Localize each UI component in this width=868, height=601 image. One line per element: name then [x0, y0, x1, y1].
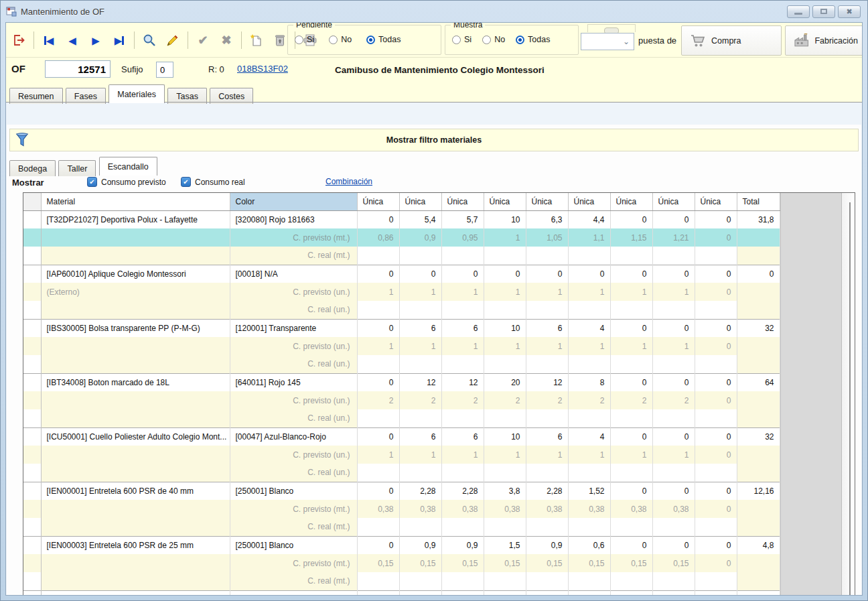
- tab-tasas[interactable]: Tasas: [167, 88, 207, 104]
- real-value-cell[interactable]: [610, 301, 652, 319]
- previsto-value-cell[interactable]: 0,38: [568, 500, 610, 518]
- previsto-value-cell[interactable]: 2: [610, 391, 652, 409]
- qty-cell[interactable]: 0: [357, 427, 399, 446]
- qty-cell[interactable]: 1,52: [568, 482, 610, 500]
- qty-cell[interactable]: 0: [357, 373, 399, 391]
- qty-cell[interactable]: 0: [441, 265, 484, 283]
- previsto-value-cell[interactable]: 0: [695, 283, 737, 301]
- previous-record-button[interactable]: ◀: [64, 31, 81, 49]
- material-empty-cell[interactable]: [41, 572, 230, 590]
- qty-cell[interactable]: 0: [610, 536, 652, 554]
- total-cell[interactable]: [737, 409, 780, 427]
- qty-cell[interactable]: 5,4: [399, 210, 441, 228]
- total-cell[interactable]: 4,8: [737, 536, 780, 554]
- previsto-value-cell[interactable]: 0: [695, 337, 737, 355]
- real-value-cell[interactable]: [695, 247, 737, 265]
- material-empty-cell[interactable]: [41, 464, 230, 482]
- qty-cell[interactable]: 0: [695, 536, 737, 554]
- real-value-cell[interactable]: [484, 518, 526, 536]
- qty-cell[interactable]: 12: [399, 373, 441, 391]
- color-cell[interactable]: [00018] N/A: [230, 265, 357, 283]
- pendiente-radio-no[interactable]: No: [329, 35, 352, 44]
- grid-row-material[interactable]: [IEN00003] Entretela 600 PSR de 25 mm[25…: [23, 536, 780, 554]
- real-value-cell[interactable]: [441, 464, 484, 482]
- qty-cell[interactable]: 0: [610, 427, 652, 446]
- previsto-value-cell[interactable]: 1: [399, 283, 441, 301]
- previsto-value-cell[interactable]: 0,15: [484, 554, 526, 572]
- qty-cell[interactable]: 0: [695, 373, 737, 391]
- qty-cell[interactable]: 0: [652, 427, 695, 446]
- real-value-cell[interactable]: [357, 409, 399, 427]
- grid-row-material[interactable]: [IET80022] Etiqueta Codigo de Barras 32x…: [23, 590, 780, 596]
- qty-cell[interactable]: 0: [695, 482, 737, 500]
- previsto-value-cell[interactable]: 1: [652, 337, 695, 355]
- color-cell[interactable]: [250001] Blanco: [230, 536, 357, 554]
- of-number-input[interactable]: [45, 60, 111, 78]
- previsto-label-cell[interactable]: C. previsto (un.): [230, 337, 357, 355]
- fabricacion-button[interactable]: Fabricación: [785, 25, 863, 56]
- real-value-cell[interactable]: [441, 247, 484, 265]
- qty-cell[interactable]: 0: [357, 265, 399, 283]
- qty-cell[interactable]: 10: [484, 319, 526, 337]
- real-value-cell[interactable]: [484, 247, 526, 265]
- previsto-value-cell[interactable]: 1: [441, 337, 484, 355]
- real-label-cell[interactable]: C. real (mt.): [230, 518, 357, 536]
- sufijo-input[interactable]: [156, 62, 173, 78]
- real-value-cell[interactable]: [484, 301, 526, 319]
- real-value-cell[interactable]: [652, 464, 695, 482]
- grid-row-consumo-previsto[interactable]: C. previsto (un.)111111110: [23, 446, 780, 464]
- grid-row-material[interactable]: [IBS30005] Bolsa transparente PP (P-M-G)…: [23, 319, 780, 337]
- qty-cell[interactable]: 0: [652, 265, 695, 283]
- total-cell[interactable]: 32: [737, 590, 780, 596]
- previsto-value-cell[interactable]: 0,95: [441, 228, 484, 247]
- row-header-cell[interactable]: [23, 446, 41, 464]
- previsto-value-cell[interactable]: 1: [610, 446, 652, 464]
- qty-cell[interactable]: 6: [441, 590, 484, 596]
- qty-cell[interactable]: 4: [568, 427, 610, 446]
- previsto-value-cell[interactable]: 2: [652, 391, 695, 409]
- accept-button[interactable]: ✔: [194, 31, 212, 49]
- real-value-cell[interactable]: [610, 518, 652, 536]
- next-record-button[interactable]: ▶: [87, 31, 104, 49]
- header-unica[interactable]: Única: [695, 193, 737, 210]
- previsto-value-cell[interactable]: 2: [526, 391, 568, 409]
- pendiente-radio-si[interactable]: Si: [295, 35, 314, 44]
- qty-cell[interactable]: 0: [652, 590, 695, 596]
- previsto-value-cell[interactable]: 0,15: [610, 554, 652, 572]
- previsto-value-cell[interactable]: 1: [526, 283, 568, 301]
- row-header-cell[interactable]: [23, 210, 41, 228]
- real-value-cell[interactable]: [610, 355, 652, 373]
- qty-cell[interactable]: 0: [695, 265, 737, 283]
- material-note-cell[interactable]: [41, 554, 230, 572]
- previsto-label-cell[interactable]: C. previsto (mt.): [230, 228, 357, 247]
- real-value-cell[interactable]: [399, 572, 441, 590]
- row-header-cell[interactable]: [23, 355, 41, 373]
- qty-cell[interactable]: 0,9: [526, 536, 568, 554]
- subtab-taller[interactable]: Taller: [58, 160, 96, 176]
- previsto-value-cell[interactable]: 1: [568, 446, 610, 464]
- total-cell[interactable]: [737, 301, 780, 319]
- total-cell[interactable]: 12,16: [737, 482, 780, 500]
- real-value-cell[interactable]: [357, 572, 399, 590]
- material-empty-cell[interactable]: [41, 518, 230, 536]
- qty-cell[interactable]: 6: [399, 590, 441, 596]
- previsto-label-cell[interactable]: C. previsto (un.): [230, 391, 357, 409]
- previsto-value-cell[interactable]: 0: [695, 391, 737, 409]
- header-unica[interactable]: Única: [441, 193, 484, 210]
- grid-row-material[interactable]: [IAP60010] Aplique Colegio Montessori[00…: [23, 265, 780, 283]
- previsto-value-cell[interactable]: 1: [441, 446, 484, 464]
- qty-cell[interactable]: 0,9: [399, 536, 441, 554]
- total-cell[interactable]: 64: [737, 373, 780, 391]
- row-header-cell[interactable]: [23, 247, 41, 265]
- cancel-button[interactable]: ✖: [218, 31, 235, 49]
- qty-cell[interactable]: 6: [526, 319, 568, 337]
- previsto-value-cell[interactable]: 0,38: [357, 500, 399, 518]
- material-empty-cell[interactable]: [41, 355, 230, 373]
- previsto-value-cell[interactable]: 1: [568, 337, 610, 355]
- total-cell[interactable]: 0: [737, 265, 780, 283]
- pendiente-radio-todas[interactable]: Todas: [366, 35, 401, 44]
- total-cell[interactable]: [737, 554, 780, 572]
- row-header-cell[interactable]: [23, 373, 41, 391]
- real-value-cell[interactable]: [610, 247, 652, 265]
- previsto-value-cell[interactable]: 2: [484, 391, 526, 409]
